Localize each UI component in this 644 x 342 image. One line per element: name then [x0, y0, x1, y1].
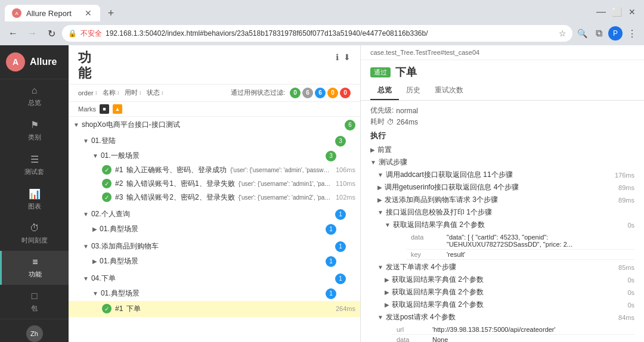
filter-time[interactable]: 用时 ↕ — [125, 88, 142, 97]
sidebar-item-suites[interactable]: ☰ 测试套 — [0, 148, 69, 182]
step-getdict3[interactable]: ▶ 获取返回结果字典值 2个参数 0s — [370, 286, 634, 299]
section-order[interactable]: ▼ 04.下单 1 — [69, 271, 360, 287]
test-response-1: {'user': {'username': 'admin', 'password… — [230, 167, 332, 173]
step-addtocart-time: 89ms — [618, 197, 634, 204]
chevron-icon6: ▶ — [92, 258, 97, 265]
tab-close-icon[interactable]: ✕ — [83, 8, 93, 18]
step-addcart[interactable]: ▼ 调用addcart接口获取返回信息 11个步骤 176ms — [370, 169, 634, 181]
filter-status[interactable]: 状态 ↕ — [147, 88, 164, 97]
filter-name[interactable]: 名称 ↕ — [103, 88, 120, 97]
section-query-common[interactable]: ▶ 01.典型场景 1 — [69, 222, 360, 237]
step-addtocart[interactable]: ▶ 发送添加商品到购物车请求 3个步骤 89ms — [370, 194, 634, 206]
reload-button[interactable]: ↻ — [43, 25, 60, 42]
test-time-order: 264ms — [336, 305, 355, 312]
search-icon[interactable]: 🔍 — [575, 26, 589, 41]
address-bar[interactable]: 🔒 不安全 192.168.1.3:50402/index.html#behav… — [62, 25, 572, 42]
test-time-2: 110ms — [336, 180, 355, 187]
tab-overview[interactable]: 总览 — [370, 82, 399, 100]
close-button[interactable]: ✕ — [625, 5, 639, 19]
sidebar-item-home[interactable]: ⌂ 总览 — [0, 79, 69, 113]
sidebar-label-behaviors: 功能 — [29, 270, 42, 279]
exec-header: 执行 — [370, 130, 634, 141]
forward-button[interactable]: → — [24, 25, 41, 42]
step-sendpost[interactable]: ▼ 发送post请求 4个参数 84ms — [370, 311, 634, 324]
step-sendorder[interactable]: ▼ 发送下单请求 4个步骤 85ms — [370, 261, 634, 273]
section-cart[interactable]: ▼ 03.添加商品到购物车 1 — [69, 239, 360, 254]
step-sendorder-text: 发送下单请求 4个步骤 — [386, 262, 456, 272]
order-common-label: 01.典型场景 — [101, 288, 140, 299]
menu-icon[interactable]: ⋮ — [625, 26, 639, 41]
filter-order[interactable]: order ↕ — [78, 89, 98, 97]
badge-gray[interactable]: 6 — [302, 88, 313, 98]
minimize-button[interactable]: — — [594, 5, 608, 19]
step-getuserinfo[interactable]: ▶ 调用getuserinfo接口获取返回信息 4个步骤 89ms — [370, 181, 634, 194]
steps-header-row[interactable]: ▼ 测试步骤 — [370, 156, 634, 169]
step-getdict4-text: 获取返回结果字典值 2个参数 — [392, 300, 484, 310]
badge-red[interactable]: 0 — [340, 88, 351, 98]
marks-triangle[interactable]: ▲ — [113, 104, 122, 114]
breadcrumb: case.test_Tree.TestTree#test_case04 — [370, 49, 479, 56]
step-validate[interactable]: ▼ 接口返回信息校验及打印 1个步骤 — [370, 206, 634, 219]
bookmark-icon[interactable]: ☆ — [559, 29, 566, 38]
common-badge: 3 — [326, 151, 336, 161]
post-key-data: data — [392, 335, 428, 343]
left-panel: 功 能 ℹ ⬇ order ↕ 名称 ↕ 用时 ↕ — [69, 45, 361, 342]
back-button[interactable]: ← — [5, 25, 21, 42]
login-badge: 3 — [335, 136, 346, 147]
test-item-3[interactable]: ✓ #3 输入错误账号2、密码2、登录失败 {'user': {'usernam… — [69, 191, 360, 204]
post-row-url: url 'http://39.98.138.157:5000/api/creat… — [392, 325, 634, 335]
filter-row: order ↕ 名称 ↕ 用时 ↕ 状态 ↕ 通过用例状态过滤: — [69, 85, 360, 102]
info-icon[interactable]: ℹ — [336, 52, 339, 62]
section-common[interactable]: ▼ 01.一般场景 3 — [69, 149, 360, 163]
dict-key-key: key — [406, 250, 442, 260]
marks-box[interactable]: ■ — [100, 104, 109, 114]
step-getdict[interactable]: ▼ 获取返回结果字典值 2个参数 0s — [370, 219, 634, 231]
download-icon[interactable]: ⬇ — [343, 52, 351, 62]
step-getdict-text: 获取返回结果字典值 2个参数 — [393, 220, 485, 230]
right-panel: case.test_Tree.TestTree#test_case04 通过 下… — [361, 45, 644, 342]
test-item-2[interactable]: ✓ #2 输入错误账号1、密码1、登录失败 {'user': {'usernam… — [69, 177, 360, 191]
chevron-down-icon: ▼ — [73, 122, 79, 128]
pass-status-order: ✓ — [102, 304, 112, 313]
sidebar-item-timeline[interactable]: ⏱ 时间刻度 — [0, 217, 69, 251]
packages-icon: □ — [32, 291, 38, 301]
step-getdict2[interactable]: ▶ 获取返回结果字典值 2个参数 0s — [370, 273, 634, 286]
step-getuserinfo-time: 89ms — [618, 184, 634, 191]
sidebar-item-packages[interactable]: □ 包 — [0, 285, 69, 319]
chevron-icon5: ▼ — [83, 243, 89, 250]
badge-green[interactable]: 0 — [290, 88, 301, 98]
time-label: 耗时 — [370, 117, 385, 127]
test-item-order-1[interactable]: ✓ #1 下单 264ms — [69, 301, 360, 317]
profile-icon[interactable]: P — [608, 26, 623, 41]
section-login[interactable]: ▼ 01.登陆 3 — [69, 133, 360, 149]
tab-retries[interactable]: 重试次数 — [428, 82, 470, 100]
chevron-icon3: ▼ — [83, 211, 89, 217]
step-sendpost-time: 84ms — [618, 314, 634, 321]
badge-blue[interactable]: 6 — [315, 88, 326, 98]
sidebar-item-behaviors[interactable]: ≡ 功能 — [0, 251, 69, 285]
section-cart-common[interactable]: ▶ 01.典型场景 1 — [69, 254, 360, 269]
pre-row[interactable]: ▶ 前置 — [370, 144, 634, 156]
security-label: 不安全 — [80, 29, 102, 39]
tree-section-shopxo[interactable]: ▼ shopXo电商平台接口-接口测试 6 — [69, 117, 360, 133]
sidebar-item-graphs[interactable]: 📊 图表 — [0, 182, 69, 217]
section-query[interactable]: ▼ 02.个人查询 1 — [69, 207, 360, 222]
sidebar-item-categories[interactable]: ⚑ 类别 — [0, 113, 69, 148]
maximize-button[interactable]: ⬜ — [609, 5, 624, 19]
common-label: 01.一般场景 — [101, 151, 140, 161]
test-item-1[interactable]: ✓ #1 输入正确账号、密码、登录成功 {'user': {'username'… — [69, 163, 360, 177]
login-label: 01.登陆 — [91, 136, 116, 146]
sidebar-logo: A Allure — [0, 45, 69, 79]
step-getdict-time: 0s — [627, 222, 634, 229]
new-tab-button[interactable]: + — [103, 5, 119, 21]
marks-row: Marks ■ ▲ — [69, 102, 360, 117]
test-name-order: 下单 — [126, 304, 141, 314]
section-order-common[interactable]: ▼ 01.典型场景 1 — [69, 287, 360, 301]
tab-history[interactable]: 历史 — [399, 82, 428, 100]
step-getdict4[interactable]: ▶ 获取返回结果字典值 2个参数 0s — [370, 299, 634, 311]
extensions-icon[interactable]: ⧉ — [592, 26, 606, 41]
chevron-icon-getdict3: ▶ — [385, 289, 389, 296]
browser-tab[interactable]: A Allure Report ✕ — [5, 5, 100, 21]
badge-orange[interactable]: 0 — [327, 88, 338, 98]
step-getdict3-text: 获取返回结果字典值 2个参数 — [392, 287, 484, 297]
